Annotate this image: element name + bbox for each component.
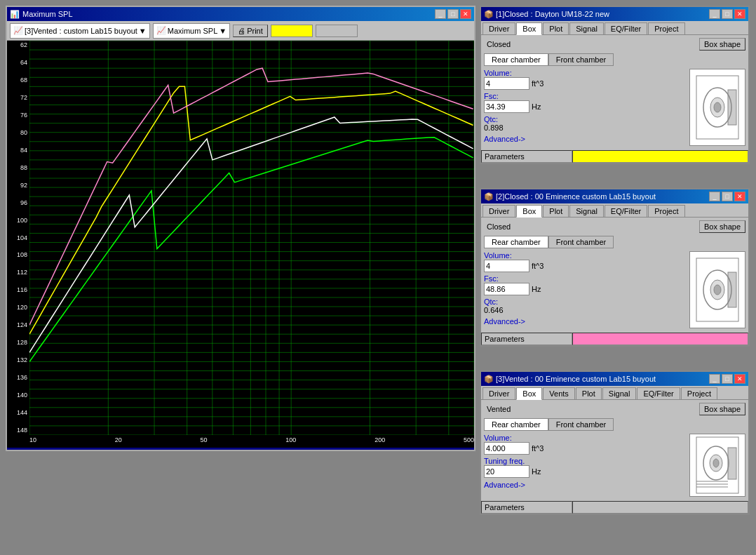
win3-rear-chamber-tab[interactable]: Rear chamber (484, 418, 548, 431)
win1-front-chamber-tab[interactable]: Front chamber (548, 53, 614, 66)
win1-maximize-btn[interactable]: □ (722, 9, 733, 19)
win3-tab-vents[interactable]: Vents (543, 387, 575, 399)
y-label-144: 144 (7, 410, 29, 416)
win1-title: [1]Closed : Dayton UM18-22 new (496, 10, 609, 18)
spl-window: 📊 Maximum SPL _ □ ✕ 📈 [3]Vented : custom… (6, 6, 475, 451)
win2-close-btn[interactable]: ✕ (734, 192, 745, 201)
win1-minimize-btn[interactable]: _ (709, 9, 720, 19)
win1-volume-label: Volume: (484, 69, 687, 77)
win1-fsc-input[interactable] (484, 100, 529, 113)
win1-rear-chamber-tab[interactable]: Rear chamber (484, 53, 548, 66)
win2-box-shape-btn[interactable]: Box shape (699, 220, 745, 233)
x-label-200: 200 (374, 436, 385, 443)
win3-tab-project[interactable]: Project (681, 387, 717, 399)
win2-chamber-tabs: Rear chamber Front chamber (484, 236, 745, 248)
win1-tab-driver[interactable]: Driver (482, 22, 515, 34)
win1-volume-unit: ft^3 (532, 79, 544, 88)
printer-icon: 🖨 (238, 27, 245, 35)
win1-advanced-link[interactable]: Advanced-> (484, 135, 687, 143)
win1-fsc-label: Fsc: (484, 92, 687, 100)
win2-tab-plot[interactable]: Plot (543, 205, 569, 217)
win3-maximize-btn[interactable]: □ (722, 374, 733, 384)
win3-tab-eqfilter[interactable]: EQ/Filter (637, 387, 680, 399)
y-label-76: 76 (7, 112, 29, 119)
win3-tab-signal[interactable]: Signal (602, 387, 637, 399)
win3-box-type: Vented (484, 404, 513, 414)
win2-tab-eqfilter[interactable]: EQ/Filter (605, 205, 647, 217)
x-label-10: 10 (29, 436, 36, 443)
color-swatch-2[interactable] (316, 25, 358, 37)
win1-volume-input[interactable] (484, 77, 529, 90)
win1-close-btn[interactable]: ✕ (734, 9, 745, 19)
win2-advanced-link[interactable]: Advanced-> (484, 317, 687, 326)
win2-tab-driver[interactable]: Driver (482, 205, 515, 217)
y-label-64: 64 (7, 60, 29, 66)
print-btn[interactable]: 🖨 Print (233, 25, 268, 37)
win2-tab-project[interactable]: Project (648, 205, 684, 217)
win2-tab-signal[interactable]: Signal (569, 205, 604, 217)
win3-tuning-input[interactable] (484, 465, 529, 478)
chevron-down-icon2: ▼ (219, 27, 227, 35)
color-swatch-1[interactable] (271, 25, 313, 37)
spl-minimize-btn[interactable]: _ (435, 9, 446, 19)
spl-maximize-btn[interactable]: □ (447, 9, 459, 19)
win3-tab-plot[interactable]: Plot (576, 387, 602, 399)
win2-fsc-input[interactable] (484, 283, 529, 295)
win1-tab-box[interactable]: Box (516, 22, 542, 35)
svg-point-9 (714, 285, 721, 295)
win2-fsc-unit: Hz (532, 285, 541, 293)
win2-front-chamber-tab[interactable]: Front chamber (548, 236, 614, 248)
win3-advanced-link[interactable]: Advanced-> (484, 481, 687, 489)
win1-tab-plot[interactable]: Plot (543, 22, 569, 34)
win1-tab-project[interactable]: Project (648, 22, 684, 34)
win1: 📦 [1]Closed : Dayton UM18-22 new _ □ ✕ D… (480, 6, 750, 164)
svg-rect-1 (728, 90, 736, 125)
win1-box-shape-btn[interactable]: Box shape (699, 38, 745, 51)
win2-volume-input[interactable] (484, 260, 529, 272)
win2-volume-label: Volume: (484, 251, 687, 260)
y-label-68: 68 (7, 77, 29, 83)
svg-rect-6 (728, 272, 736, 307)
print-label: Print (247, 27, 263, 35)
win3-speaker-preview (689, 434, 745, 497)
win2-tab-box[interactable]: Box (516, 205, 542, 218)
win2-tabs: Driver Box Plot Signal EQ/Filter Project (481, 203, 748, 218)
y-label-84: 84 (7, 147, 29, 154)
x-label-100: 100 (285, 436, 296, 443)
win1-icon: 📦 (484, 10, 494, 19)
svg-point-14 (713, 459, 719, 467)
win3-volume-input[interactable] (484, 442, 529, 455)
win1-qtc-label: Qtc: (484, 115, 687, 123)
win2-maximize-btn[interactable]: □ (722, 192, 733, 201)
spl-icon: 📊 (10, 10, 20, 19)
spl-dropdown1[interactable]: 📈 [3]Vented : custom Lab15 buyout ▼ (10, 23, 150, 39)
win1-tab-eqfilter[interactable]: EQ/Filter (605, 22, 647, 34)
y-label-96: 96 (7, 200, 29, 206)
win3-close-btn[interactable]: ✕ (734, 374, 745, 384)
win3-tuning-label: Tuning freq. (484, 457, 687, 465)
win2-qtc-label: Qtc: (484, 297, 687, 306)
y-axis: 148 144 140 136 132 128 124 120 116 112 … (7, 41, 29, 435)
win3-box-shape-btn[interactable]: Box shape (699, 403, 745, 415)
y-label-108: 108 (7, 252, 29, 258)
y-label-72: 72 (7, 95, 29, 101)
win2-volume-unit: ft^3 (532, 262, 544, 270)
win3-tab-driver[interactable]: Driver (482, 387, 515, 399)
svg-point-4 (714, 102, 721, 112)
win3-tab-box[interactable]: Box (516, 387, 542, 400)
win3-chamber-tabs: Rear chamber Front chamber (484, 418, 745, 431)
chevron-down-icon: ▼ (139, 27, 147, 35)
y-label-80: 80 (7, 130, 29, 136)
win1-speaker-preview (689, 69, 745, 146)
win1-tab-signal[interactable]: Signal (569, 22, 604, 34)
y-label-62: 62 (7, 42, 29, 48)
y-label-104: 104 (7, 235, 29, 241)
win2-minimize-btn[interactable]: _ (709, 192, 720, 201)
x-label-50: 50 (201, 436, 208, 443)
spl-dropdown2[interactable]: 📈 Maximum SPL ▼ (153, 23, 230, 39)
win3-minimize-btn[interactable]: _ (709, 374, 720, 384)
win2-rear-chamber-tab[interactable]: Rear chamber (484, 236, 548, 248)
spl-close-btn[interactable]: ✕ (460, 9, 471, 19)
win3-front-chamber-tab[interactable]: Front chamber (548, 418, 614, 431)
win2-content: Closed Box shape Rear chamber Front cham… (481, 218, 748, 331)
